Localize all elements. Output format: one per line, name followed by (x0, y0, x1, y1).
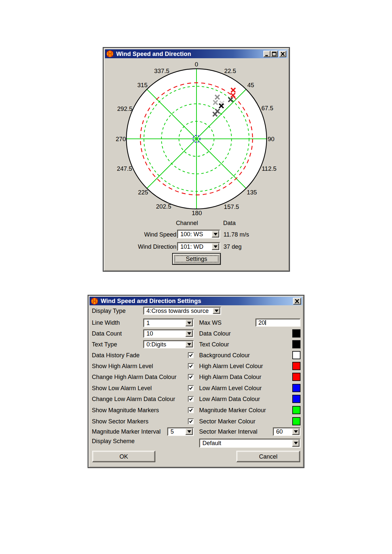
show-low-alarm-level-label: Show Low Alarm Level (92, 385, 152, 391)
wind-polar-plot: 022.54567.590112.5135157.5180202.5225247… (114, 57, 279, 221)
sector-marker-colour-swatch[interactable] (292, 417, 301, 425)
document-page: Wind Speed and Direction 022.54567.59011… (0, 0, 392, 554)
angle-label: 157.5 (224, 203, 239, 210)
show-high-alarm-level-checkbox[interactable] (188, 363, 194, 369)
data-count-select[interactable]: 10 (143, 329, 194, 338)
text-type-select[interactable]: 0:Digits (143, 340, 194, 348)
wind-direction-data-value: 37 deg (223, 243, 242, 250)
check-icon (189, 364, 193, 368)
data-history-fade-label: Data History Fade (92, 352, 140, 359)
maximize-button[interactable] (271, 51, 278, 57)
dropdown-arrow-button[interactable] (185, 330, 193, 337)
text-colour-label: Text Colour (199, 341, 229, 348)
change-high-alarm-data-colour-label: Change High Alarm Data Colour (92, 374, 176, 380)
dropdown-arrow-button[interactable] (212, 231, 219, 238)
cancel-button[interactable]: Cancel (236, 451, 300, 462)
chevron-down-icon (214, 245, 218, 248)
wind-speed-data-value: 11.78 m/s (223, 231, 249, 238)
angle-label: 45 (247, 82, 254, 88)
angle-label: 315 (137, 82, 147, 88)
angle-label: 225 (138, 189, 148, 196)
dropdown-arrow-button[interactable] (185, 341, 193, 347)
display-scheme-label: Display Scheme (92, 438, 135, 444)
display-scheme-select[interactable]: Default (199, 439, 301, 448)
wind-speed-channel-select[interactable]: 100: WS (177, 230, 220, 239)
check-icon (189, 419, 193, 424)
angle-label: 22.5 (224, 67, 236, 74)
check-icon (189, 353, 193, 358)
magnitude-marker-interval-select[interactable]: 5 (167, 427, 194, 436)
dropdown-arrow-button[interactable] (185, 319, 193, 326)
change-low-alarm-data-colour-checkbox[interactable] (188, 396, 194, 402)
chevron-down-icon (214, 233, 218, 236)
show-sector-markers-checkbox[interactable] (188, 418, 194, 424)
max-ws-input[interactable]: 20 (255, 318, 301, 327)
window-wind-display: Wind Speed and Direction 022.54567.59011… (103, 47, 290, 272)
sector-marker-colour-label: Sector Marker Colour (199, 418, 255, 425)
magnitude-marker-interval-label: Magnitude Marker Interval (92, 428, 161, 435)
show-low-alarm-level-checkbox[interactable] (188, 385, 194, 391)
chevron-down-icon (187, 332, 191, 335)
app-icon (106, 50, 114, 57)
window-settings-dialog: Wind Speed and Direction Settings Displa… (88, 295, 304, 468)
show-high-alarm-level-label: Show High Alarm Level (92, 363, 153, 369)
titlebar-settings-dialog[interactable]: Wind Speed and Direction Settings (90, 297, 302, 305)
angle-label: 337.5 (154, 67, 169, 74)
line-width-select[interactable]: 1 (143, 318, 194, 327)
sector-marker-interval-select[interactable]: 60 (273, 427, 301, 436)
high-alarm-data-colour-swatch[interactable] (292, 373, 301, 381)
dropdown-arrow-button[interactable] (292, 440, 300, 447)
low-alarm-level-colour-label: Low Alarm Level Colour (199, 385, 262, 391)
check-icon (189, 408, 193, 413)
dropdown-arrow-button[interactable] (185, 428, 193, 435)
wind-speed-channel-value: 100: WS (180, 231, 203, 238)
dropdown-arrow-button[interactable] (213, 308, 220, 314)
display-type-select[interactable]: 4:Cross towards source (143, 307, 221, 315)
show-magnitude-markers-checkbox[interactable] (188, 407, 194, 413)
chevron-down-icon (187, 322, 191, 324)
close-icon (294, 298, 300, 304)
chevron-down-icon (215, 310, 219, 312)
close-button[interactable] (293, 298, 301, 305)
data-count-label: Data Count (92, 330, 122, 337)
text-caret (265, 320, 266, 325)
max-ws-label: Max WS (199, 319, 222, 326)
chevron-down-icon (294, 442, 298, 444)
angle-label: 247.5 (117, 165, 132, 172)
background-colour-swatch[interactable] (292, 351, 301, 359)
magnitude-marker-colour-swatch[interactable] (292, 406, 301, 414)
high-alarm-level-colour-swatch[interactable] (292, 362, 301, 370)
low-alarm-data-colour-swatch[interactable] (292, 395, 301, 403)
low-alarm-level-colour-swatch[interactable] (292, 384, 301, 392)
magnitude-marker-colour-label: Magnitude Marker Colour (199, 407, 266, 414)
dropdown-arrow-button[interactable] (212, 243, 219, 250)
angle-label: 90 (268, 136, 274, 142)
text-colour-swatch[interactable] (292, 340, 301, 348)
display-type-label: Display Type (92, 308, 126, 314)
window-title: Wind Speed and Direction (116, 51, 263, 57)
data-colour-swatch[interactable] (292, 329, 301, 338)
angle-label: 67.5 (261, 105, 273, 112)
app-icon (91, 298, 98, 305)
low-alarm-data-colour-label: Low Alarm Data Colour (199, 396, 260, 402)
angle-label: 135 (247, 189, 257, 196)
minimize-button[interactable] (263, 51, 271, 57)
angle-label: 292.5 (117, 105, 132, 112)
chevron-down-icon (187, 343, 191, 346)
angle-label: 270 (116, 136, 126, 142)
angle-label: 180 (192, 210, 202, 216)
window-title: Wind Speed and Direction Settings (101, 298, 293, 304)
angle-label: 112.5 (262, 165, 276, 172)
data-colour-label: Data Colour (199, 330, 231, 337)
settings-button[interactable]: Settings (172, 253, 221, 265)
change-high-alarm-data-colour-checkbox[interactable] (188, 374, 194, 380)
close-button[interactable] (279, 51, 286, 57)
ok-button[interactable]: OK (92, 451, 155, 462)
chevron-down-icon (294, 430, 298, 433)
data-history-fade-checkbox[interactable] (188, 352, 194, 358)
wind-direction-channel-select[interactable]: 101: WD (177, 242, 220, 251)
check-icon (189, 397, 193, 401)
dropdown-arrow-button[interactable] (292, 428, 300, 435)
channel-column-header: Channel (167, 220, 207, 226)
chevron-down-icon (187, 430, 191, 433)
